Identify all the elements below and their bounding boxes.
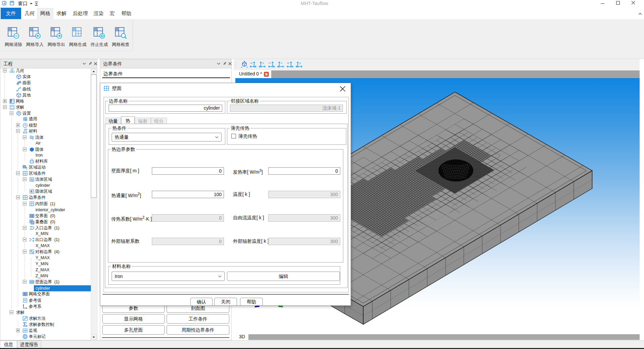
svg-text:-Y: -Y (280, 62, 283, 64)
svg-text:+Y: +Y (268, 62, 271, 64)
svg-text:+Z: +Z (287, 62, 289, 64)
svg-text:-X: -X (262, 62, 264, 64)
svg-text:-Z: -Z (299, 62, 301, 64)
svg-text:+X: +X (250, 62, 253, 64)
